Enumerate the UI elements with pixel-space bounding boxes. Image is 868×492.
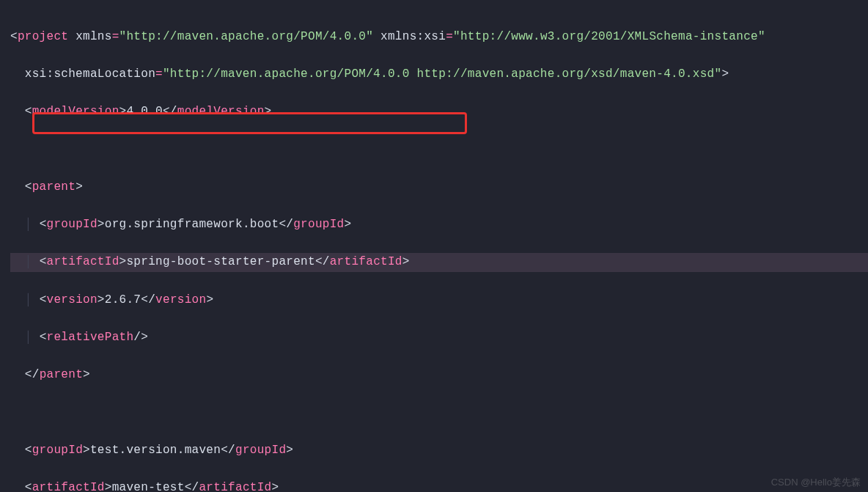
code-line: </parent>	[10, 366, 868, 385]
code-line: <artifactId>maven-test</artifactId>	[10, 479, 868, 492]
code-line: │ <version>2.6.7</version>	[10, 291, 868, 310]
code-line: <groupId>test.version.maven</groupId>	[10, 441, 868, 460]
watermark-text: CSDN @Hello姜先森	[771, 476, 861, 489]
code-line: │ <groupId>org.springframework.boot</gro…	[10, 216, 868, 235]
code-line: xsi:schemaLocation="http://maven.apache.…	[10, 65, 868, 84]
code-line-highlighted: │ <artifactId>spring-boot-starter-parent…	[10, 253, 868, 272]
code-line	[10, 403, 868, 422]
code-line: <parent>	[10, 178, 868, 197]
code-editor[interactable]: <project xmlns="http://maven.apache.org/…	[0, 0, 868, 492]
code-line: │ <relativePath/>	[10, 328, 868, 348]
code-line	[10, 140, 868, 159]
code-line: <modelVersion>4.0.0</modelVersion>	[10, 103, 868, 122]
code-line: <project xmlns="http://maven.apache.org/…	[10, 28, 868, 47]
